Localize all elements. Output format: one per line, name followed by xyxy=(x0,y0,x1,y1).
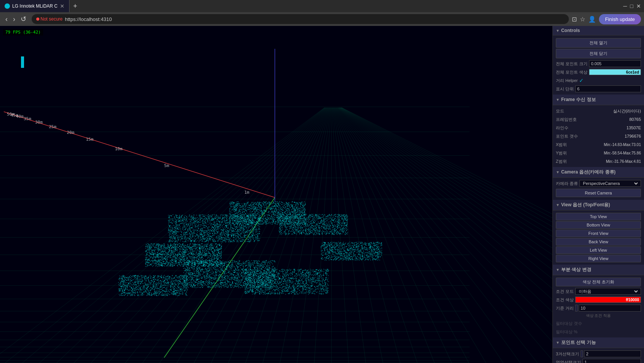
front-view-btn[interactable]: Front View xyxy=(556,230,641,237)
left-view-btn[interactable]: Left View xyxy=(556,246,641,254)
display-unit-row: 표시 단위 xyxy=(553,85,644,93)
filter-count-label: 필터대상 갯수 xyxy=(556,321,582,326)
x-range-row: X범위 Min:-14.83-Max:73.01 xyxy=(553,140,644,149)
dist-10m: 10m xyxy=(115,146,123,151)
camera-section-header[interactable]: ▼ Camera 옵션(카메라 종류) xyxy=(553,167,644,178)
point-size-row: 전체 포인트 크기 xyxy=(553,59,644,68)
point-select-section-header[interactable]: ▼ 포인트 선택 기능 xyxy=(553,337,644,348)
base-distance-label: 기준 거리 xyxy=(556,305,574,311)
reload-btn[interactable]: ↺ xyxy=(18,14,29,24)
active-tab[interactable]: LG Innotek MLiDAR C ✕ xyxy=(0,0,69,12)
controls-section-label: Controls xyxy=(561,28,580,33)
region-select-size-row: 영역선택크기 xyxy=(553,358,644,363)
frame-num-label: 프레임번호 xyxy=(556,117,577,122)
condition-color-label: 조건 색상 xyxy=(556,297,574,303)
insecure-dot xyxy=(36,18,39,21)
condition-mode-select[interactable]: 이하음 이상 xyxy=(577,289,639,294)
new-tab-btn[interactable]: + xyxy=(69,2,81,10)
tab-close-btn[interactable]: ✕ xyxy=(60,3,65,9)
window-close[interactable]: ✕ xyxy=(636,3,641,9)
point-count-row: 포인트 갯수 1796676 xyxy=(553,132,644,140)
y-range-value: Min:-58.54-Max:75.86 xyxy=(568,151,641,155)
color-change-section-body: 색상 전체 초기화 조건 모드 이하음 이상 조건 색상 ff10000 xyxy=(553,275,644,337)
camera-arrow: ▼ xyxy=(556,170,560,174)
point-select-arrow: ▼ xyxy=(556,341,560,345)
cast-icon[interactable]: ⊡ xyxy=(572,16,577,23)
point-size-input[interactable] xyxy=(589,60,641,67)
top-view-btn[interactable]: Top View xyxy=(556,213,641,220)
point-color-swatch[interactable]: 6ce1ed xyxy=(589,69,641,75)
point-count-value: 1796676 xyxy=(579,134,641,138)
view-section-label: View 옵션 (Top/Font용) xyxy=(561,202,610,208)
filter-pct-row: 필터대상 % xyxy=(553,328,644,336)
display-unit-input[interactable] xyxy=(575,85,641,92)
x-range-value: Min:-14.83-Max:73.01 xyxy=(568,143,641,147)
camera-section-label: Camera 옵션(카메라 종류) xyxy=(561,169,616,175)
scan-count-value: 13507E xyxy=(570,125,641,130)
profile-icon[interactable]: 👤 xyxy=(588,16,596,23)
controls-section-body: 전체 열기 전체 닫기 전체 포인트 크기 전체 포인트 색상 6ce1ed 거… xyxy=(553,35,644,95)
frame-section-body: 모드 실시간(라이다) 프레임번호 80765 라인수 13507E 포인트 갯… xyxy=(553,105,644,167)
camera-type-row: 카메라 종류 PerspectiveCamera OrthographicCam… xyxy=(553,179,644,188)
scan-count-label: 라인수 xyxy=(556,125,568,131)
browser-window: LG Innotek MLiDAR C ✕ + ─ □ ✕ ‹ › ↺ Not … xyxy=(0,0,644,363)
point-color-label: 전체 포인트 색상 xyxy=(556,69,588,75)
view-arrow: ▼ xyxy=(556,203,560,207)
point-select-section-label: 포인트 선택 기능 xyxy=(561,339,596,346)
region-select-size-input[interactable] xyxy=(583,359,641,363)
region-select-size-label: 영역선택크기 xyxy=(556,360,581,363)
window-minimize[interactable]: ─ xyxy=(623,3,627,9)
open-all-btn[interactable]: 전체 열기 xyxy=(556,38,641,48)
base-distance-input[interactable] xyxy=(579,305,641,312)
frame-section-label: Frame 수신 정보 xyxy=(561,96,596,103)
filter-count-row: 필터대상 갯수 xyxy=(553,319,644,328)
tab-bar: LG Innotek MLiDAR C ✕ + ─ □ ✕ xyxy=(0,0,644,12)
dist-35m: 35m xyxy=(24,116,31,121)
bottom-view-btn[interactable]: Bottom View xyxy=(556,221,641,229)
mode-value: 실시간(라이다) xyxy=(566,108,641,114)
browser-toolbar-icons: ⊡ ☆ 👤 xyxy=(572,16,596,23)
point-size-label: 전체 포인트 크기 xyxy=(556,61,588,67)
finish-update-btn[interactable]: Finish update xyxy=(599,14,641,24)
color-change-section-header[interactable]: ▼ 부분 색상 변경 xyxy=(553,265,644,275)
close-all-btn[interactable]: 전체 닫기 xyxy=(556,49,641,58)
color-cond-sublabel: 색상 조건 적용 xyxy=(553,312,644,319)
frame-num-value: 80765 xyxy=(578,117,641,122)
forward-btn[interactable]: › xyxy=(11,14,18,24)
condition-mode-label: 조건 모드 xyxy=(556,289,574,294)
scan-count-row: 라인수 13507E xyxy=(553,124,644,132)
condition-mode-select-wrap[interactable]: 이하음 이상 xyxy=(575,288,641,295)
display-unit-label: 표시 단위 xyxy=(556,86,574,92)
bookmark-icon[interactable]: ☆ xyxy=(580,16,585,23)
point-color-row: 전체 포인트 색상 6ce1ed xyxy=(553,68,644,76)
viewport-3d[interactable]: 79 FPS (36-42) 50m 45m 40m 35m 30m 25m 2… xyxy=(0,26,552,363)
z-range-label: Z범위 xyxy=(556,159,567,164)
distance-helper-checkbox[interactable]: ✓ xyxy=(579,77,584,84)
select-3d-size-input[interactable] xyxy=(584,350,641,357)
right-view-btn[interactable]: Right View xyxy=(556,255,641,262)
frame-section-header[interactable]: ▼ Frame 수신 정보 xyxy=(553,95,644,105)
controls-section-header[interactable]: ▼ Controls xyxy=(553,26,644,35)
reset-camera-btn[interactable]: Reset Camera xyxy=(556,189,641,197)
dist-5m: 5m xyxy=(164,163,169,168)
address-row: ‹ › ↺ Not secure https://localhost:4310 … xyxy=(0,12,644,26)
back-view-btn[interactable]: Back View xyxy=(556,238,641,246)
tab-favicon xyxy=(5,3,10,9)
camera-type-select-wrap[interactable]: PerspectiveCamera OrthographicCamera xyxy=(579,180,641,187)
x-range-label: X범위 xyxy=(556,142,567,148)
condition-color-swatch[interactable]: ff10000 xyxy=(575,297,641,303)
frame-num-row: 프레임번호 80765 xyxy=(553,115,644,124)
y-range-row: Y범위 Min:-58.54-Max:75.86 xyxy=(553,149,644,157)
mode-label: 모드 xyxy=(556,108,564,114)
address-bar[interactable]: Not secure https://localhost:4310 xyxy=(32,14,569,24)
back-btn[interactable]: ‹ xyxy=(3,14,10,24)
fps-display: 79 FPS (36-42) xyxy=(3,29,43,35)
y-range-label: Y범위 xyxy=(556,150,567,156)
camera-type-select[interactable]: PerspectiveCamera OrthographicCamera xyxy=(581,181,639,186)
point-select-section-body: 3겨선택크기 영역선택크기 포인트 찾기 마우스이동(미선택) xyxy=(553,348,644,363)
view-section-header[interactable]: ▼ View 옵션 (Top/Font용) xyxy=(553,200,644,210)
window-maximize[interactable]: □ xyxy=(630,3,633,9)
point-color-value: 6ce1ed xyxy=(626,70,639,74)
dist-40m: 40m xyxy=(16,114,24,119)
color-reset-btn[interactable]: 색상 전체 초기화 xyxy=(556,278,641,286)
